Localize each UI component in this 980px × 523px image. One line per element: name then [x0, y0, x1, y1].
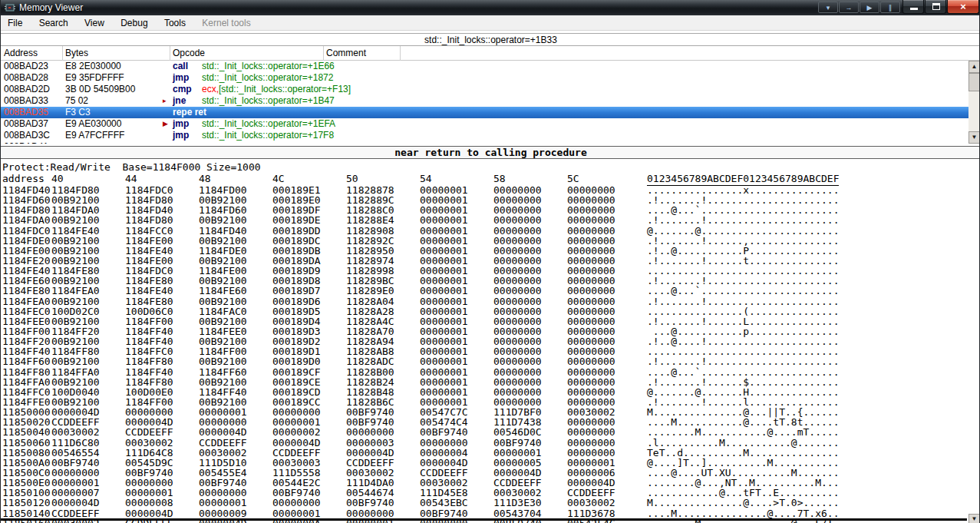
memory-dword-cell: 1184FF80 — [125, 356, 199, 366]
memory-dword-cell: 00000000 — [272, 498, 346, 508]
memory-dword-cell: 00000009 — [199, 508, 272, 518]
memory-offset-label: 4C — [272, 173, 346, 184]
disasm-row[interactable]: 008BAD3CE9 A7FCFFFFjmpstd::_Init_locks::… — [1, 130, 968, 141]
memory-dword-cell: 00545D9C — [125, 458, 199, 468]
disasm-row[interactable]: 008BAD35F3 C3repe ret — [1, 107, 968, 118]
memory-dword-cell: 000189DD — [272, 226, 346, 236]
disasm-row[interactable]: 008BAD37E9 AE030000▶jmpstd::_Init_locks:… — [1, 118, 968, 130]
window-title: Memory Viewer — [19, 2, 83, 13]
memory-dword-cell: 00000001 — [420, 387, 493, 397]
memory-dword-cell: 100D0040 — [51, 387, 125, 397]
scroll-down-button[interactable]: ▼ — [968, 131, 980, 144]
scrollbar-thumb[interactable] — [968, 73, 980, 91]
menu-debug[interactable]: Debug — [114, 15, 154, 31]
titlebar-tool-button-step[interactable]: → — [839, 2, 859, 13]
column-separator — [62, 46, 63, 61]
memory-dword-cell: 00000000 — [493, 215, 567, 225]
memory-dword-cell: 00000000 — [567, 236, 641, 246]
memory-row[interactable]: 1184FF6000B921001184FF8000B92100000189D0… — [2, 356, 977, 366]
disasm-row[interactable]: 008BAD41 — [1, 141, 968, 144]
menu-tools[interactable]: Tools — [157, 15, 193, 31]
memory-dword-cell: 00000001 — [420, 306, 493, 316]
menu-view[interactable]: View — [78, 15, 111, 31]
memory-row[interactable]: 1184FE0000B921001184FE401184FDE0000189DB… — [2, 246, 977, 256]
memory-row[interactable]: 1185004000030002CCDDEEFF0000004D00000002… — [2, 427, 977, 437]
memory-dword-cell: 1184FCC0 — [125, 226, 199, 236]
disasm-row[interactable]: 008BAD3375 02▸jnestd::_Init_locks::opera… — [1, 95, 968, 107]
memory-dword-cell: 00000001 — [420, 296, 493, 306]
operand-cell: std::_Init_locks::operator=+1872 — [202, 72, 333, 84]
memory-ascii-cell: @....]T..]..........M........... — [647, 458, 839, 468]
memory-column-header: address4044484C5054585C0123456789ABCDEF0… — [2, 173, 839, 186]
memory-dword-cell: 1184FF40 — [125, 367, 199, 377]
memory-row[interactable]: 118500A000BF974000545D9C111D5D1000030003… — [2, 458, 977, 468]
memory-row[interactable]: 11850060111D6C8000030002CCDDEEFF0000004D… — [2, 438, 977, 448]
disasm-row[interactable]: 008BAD28E9 35FDFFFFjmpstd::_Init_locks::… — [1, 72, 968, 84]
memory-dword-cell: 00BF9740 — [51, 458, 125, 468]
memory-dword-cell: 00000001 — [199, 498, 272, 508]
memory-dump-panel: Protect:Read/Write Base=1184F000 Size=10… — [1, 160, 980, 523]
memory-row[interactable]: 1184FE801184FEA01184FE401184FE60000189D7… — [2, 286, 977, 296]
scroll-up-button[interactable]: ▲ — [968, 61, 980, 73]
memory-dword-cell: 00000001 — [420, 367, 493, 377]
memory-row[interactable]: 1184FEE000B921001184FF0000B92100000189D4… — [2, 316, 977, 326]
menu-search[interactable]: Search — [32, 15, 75, 31]
disassembly-scrollbar[interactable]: ▲ ▼ — [968, 61, 980, 144]
address-cell: 008BAD41 — [4, 141, 48, 144]
memory-dword-cell: 11828A4C — [346, 316, 420, 326]
memory-row[interactable]: 1185008000546554111D64C800030002CCDDEEFF… — [2, 448, 977, 458]
memory-dword-cell: 00546554 — [51, 448, 125, 458]
memory-row[interactable]: 11850140CCDDEEFF0000004D0000000900000001… — [2, 508, 977, 518]
memory-dword-cell: 00030002 — [125, 438, 199, 448]
memory-address-cell: 1184FF60 — [2, 356, 51, 366]
memory-dword-cell: 1184FF40 — [199, 387, 272, 397]
memory-dword-cell: 00000000 — [567, 296, 641, 306]
memory-pane-divider[interactable] — [1, 518, 967, 521]
memory-row[interactable]: 1184FDC01184FE401184FCC01184FD40000189DD… — [2, 226, 977, 236]
memory-dword-cell: 00000000 — [567, 427, 641, 437]
opcode-cell: cmp — [173, 84, 192, 95]
memory-row[interactable]: 1184FF801184FFA01184FF401184FF60000189CF… — [2, 367, 977, 377]
memory-dword-cell: 00000001 — [420, 316, 493, 326]
memory-row[interactable]: 1184FEA000B921001184FE8000B92100000189D6… — [2, 296, 977, 306]
memory-dword-cell: 00B92100 — [199, 356, 272, 366]
memory-dword-cell: 1184FFA0 — [51, 367, 125, 377]
memory-dword-cell: 00B92100 — [199, 215, 272, 225]
memory-address-cell: 11850060 — [2, 438, 51, 448]
memory-dword-cell: 000189CE — [272, 377, 346, 387]
bytes-cell: F3 C3 — [65, 107, 91, 118]
disasm-row[interactable]: 008BAD23E8 2E030000callstd::_Init_locks:… — [1, 61, 968, 72]
close-icon: × — [948, 0, 978, 13]
memory-dword-cell: 111D3678 — [567, 508, 641, 518]
minimize-button[interactable] — [902, 0, 924, 14]
memory-address-cell: 1184FDE0 — [2, 236, 51, 246]
memory-row[interactable]: 1184FFC0100D0040100D00E01184FF40000189CD… — [2, 387, 977, 397]
close-button[interactable]: × — [947, 0, 979, 14]
titlebar-tool-button-pause[interactable]: ∥ — [880, 2, 900, 13]
memory-dword-cell: 0000004D — [125, 508, 199, 518]
memory-dword-cell: 00B92100 — [51, 215, 125, 225]
memory-row[interactable]: 1184FDA000B921001184FD8000B92100000189DE… — [2, 215, 977, 225]
menu-file[interactable]: File — [1, 15, 29, 31]
column-header-opcode: Opcode — [173, 46, 205, 60]
memory-row[interactable]: 1184FDE000B921001184FE0000B92100000189DC… — [2, 236, 977, 246]
memory-dword-cell: 00000000 — [493, 226, 567, 236]
memory-row[interactable]: 118501200000004D000000080000000100000000… — [2, 498, 977, 508]
titlebar-tool-button-dropdown[interactable]: ▾ — [818, 2, 838, 13]
titlebar: Memory Viewer ▾ → ▶ ∥ × — [1, 0, 980, 15]
memory-ascii-cell: TeT..d..........M............... — [647, 448, 839, 458]
memory-scroll-down-button[interactable]: ▼ — [968, 514, 980, 523]
memory-address-cell: 1184FDA0 — [2, 215, 51, 225]
opcode-cell: call — [173, 61, 188, 72]
memory-dword-cell: 00B92100 — [51, 356, 125, 366]
disasm-row[interactable]: 008BAD2D3B 0D 54509B00cmpecx,[std::_Init… — [1, 84, 968, 95]
titlebar-tool-button-run[interactable]: ▶ — [860, 2, 879, 13]
memory-ascii-cell: .!.......!...................... — [647, 296, 839, 306]
symbol-operand: [std::_Init_locks::operator=+F13] — [219, 84, 351, 94]
maximize-button[interactable] — [925, 0, 946, 14]
memory-row[interactable]: 1184FEC0100D02C0100D06C01184FAC0000189D5… — [2, 306, 977, 316]
memory-dword-cell: 00000000 — [346, 508, 420, 518]
memory-dword-cell: 1184FE80 — [125, 296, 199, 306]
memory-row[interactable]: 1184FFA000B921001184FF8000B92100000189CE… — [2, 377, 977, 387]
memory-dword-cell: 118289E0 — [346, 286, 420, 296]
